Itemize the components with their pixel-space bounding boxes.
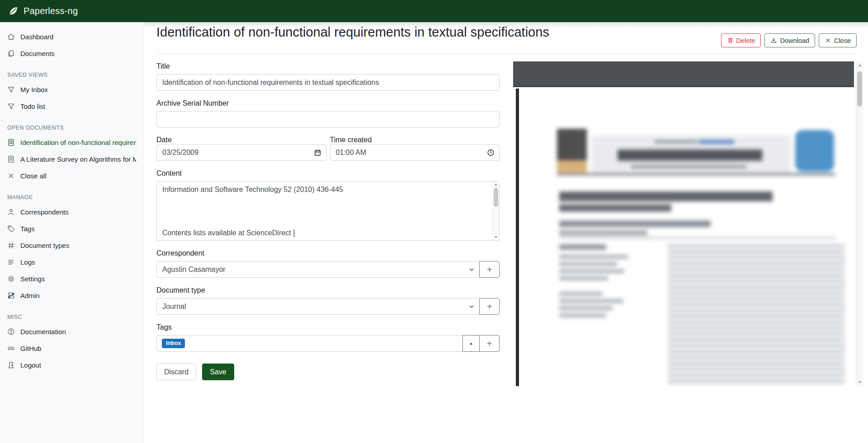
x-icon — [825, 37, 831, 44]
tags-field-group: Tags Inbox + — [156, 323, 500, 352]
preview-scrollbar[interactable] — [856, 61, 863, 386]
document-type-label: Document type — [156, 286, 500, 294]
trash-icon — [727, 37, 734, 44]
documents-icon — [7, 50, 15, 57]
content-scrollbar[interactable] — [492, 182, 499, 240]
document-edit-form: Title Archive Serial Number Date Time cr… — [156, 62, 500, 380]
app-brand: Paperless-ng — [0, 6, 144, 16]
date-input[interactable] — [156, 144, 326, 161]
content-scrollbar-thumb[interactable] — [494, 188, 498, 207]
sidebar-item-label: Correspondents — [20, 208, 69, 216]
door-icon — [7, 361, 15, 369]
page-title: Identification of non-functional require… — [156, 25, 549, 40]
person-icon — [7, 208, 15, 216]
chevron-down-icon — [468, 266, 475, 273]
calendar-icon[interactable] — [314, 149, 321, 156]
sidebar-item-document-types[interactable]: Document types — [0, 237, 143, 254]
document-type-field-group: Document type Journal + — [156, 286, 500, 315]
document-preview-pane — [513, 61, 863, 386]
sidebar-item-label: Close all — [20, 172, 47, 180]
leaf-icon — [8, 6, 19, 16]
discard-button[interactable]: Discard — [156, 364, 196, 380]
sidebar-item-logs[interactable]: Logs — [0, 254, 143, 270]
sidebar-section-saved-views: SAVED VIEWS — [7, 72, 136, 78]
time-created-label: Time created — [330, 136, 372, 144]
title-divider — [156, 54, 857, 54]
filter-icon — [7, 103, 15, 110]
content-textarea[interactable]: Information and Software Technology 52 (… — [156, 181, 500, 241]
sidebar-item-dashboard[interactable]: Dashboard — [0, 28, 143, 45]
tags-input[interactable]: Inbox — [156, 335, 463, 352]
preview-toolbar — [513, 61, 854, 87]
list-icon — [7, 258, 15, 266]
sidebar-item-label: Identification of non-functional require… — [20, 139, 136, 146]
sidebar-item-a-literature-survey-on-algorithms-for-mu[interactable]: A Literature Survey on Algorithms for Mu… — [0, 151, 143, 168]
download-button[interactable]: Download — [764, 33, 815, 47]
sidebar-item-admin[interactable]: Admin — [0, 287, 143, 304]
sidebar-item-settings[interactable]: Settings — [0, 270, 143, 287]
save-button[interactable]: Save — [202, 364, 234, 380]
content-field-group: Content Information and Software Technol… — [156, 169, 500, 241]
gear-icon — [7, 275, 15, 283]
download-icon — [770, 37, 777, 44]
date-time-row: Date Time created — [156, 136, 500, 161]
add-document-type-button[interactable]: + — [479, 298, 500, 315]
tags-collapse-button[interactable] — [462, 335, 480, 352]
title-label: Title — [156, 62, 500, 70]
sidebar-item-label: Documents — [20, 50, 55, 57]
app-brand-label: Paperless-ng — [24, 6, 78, 16]
close-button[interactable]: Close — [819, 33, 857, 47]
sidebar-item-label: Logout — [20, 361, 41, 369]
sidebar-section-open-documents: OPEN DOCUMENTS — [7, 125, 136, 131]
sidebar-item-documentation[interactable]: Documentation — [0, 323, 143, 340]
preview-blurred-document — [519, 89, 851, 386]
content-label: Content — [156, 169, 500, 177]
sidebar-section-misc: MISC — [7, 314, 136, 320]
title-input[interactable] — [156, 74, 500, 91]
sidebar-item-github[interactable]: GitHub — [0, 340, 143, 357]
sidebar-item-correspondents[interactable]: Correspondents — [0, 204, 143, 220]
sidebar-item-close-all[interactable]: Close all — [0, 168, 143, 184]
document-type-select[interactable]: Journal — [156, 298, 480, 315]
sidebar-item-documents[interactable]: Documents — [0, 45, 143, 62]
time-field-group: Time created — [330, 136, 500, 161]
correspondent-field-group: Correspondent Agustin Casamayor + — [156, 249, 500, 278]
sidebar-item-logout[interactable]: Logout — [0, 357, 143, 373]
sidebar-item-label: Dashboard — [20, 33, 53, 41]
preview-scrollbar-thumb[interactable] — [857, 71, 862, 107]
hash-icon — [7, 242, 15, 249]
add-correspondent-button[interactable]: + — [479, 261, 500, 278]
top-navbar: Paperless-ng — [0, 0, 868, 22]
sidebar-item-tags[interactable]: Tags — [0, 220, 143, 237]
sidebar-item-label: Document types — [20, 242, 69, 249]
sidebar-item-label: Documentation — [20, 328, 66, 336]
asn-input[interactable] — [156, 111, 500, 128]
file-text-icon — [7, 155, 15, 163]
preview-page — [516, 89, 851, 386]
sidebar-item-label: Logs — [20, 258, 35, 266]
sidebar-item-label: A Literature Survey on Algorithms for Mu… — [20, 155, 136, 163]
scroll-down-icon[interactable] — [494, 236, 498, 238]
toggles-icon — [7, 292, 15, 299]
delete-button[interactable]: Delete — [721, 33, 761, 47]
scroll-up-icon[interactable] — [858, 64, 862, 67]
sidebar-item-label: Tags — [20, 225, 35, 233]
scroll-down-icon[interactable] — [858, 381, 862, 384]
scroll-up-icon[interactable] — [494, 183, 498, 186]
sidebar: DashboardDocumentsSAVED VIEWSMy InboxTod… — [0, 22, 144, 443]
time-created-input[interactable] — [330, 144, 500, 161]
add-tag-button[interactable]: + — [479, 335, 500, 352]
date-field-group: Date — [156, 136, 326, 161]
tag-badge-inbox: Inbox — [162, 339, 185, 348]
sidebar-item-label: Admin — [20, 292, 40, 299]
correspondent-select[interactable]: Agustin Casamayor — [156, 261, 480, 278]
sidebar-item-my-inbox[interactable]: My Inbox — [0, 81, 143, 98]
sidebar-section-manage: MANAGE — [7, 194, 136, 201]
asn-label: Archive Serial Number — [156, 99, 500, 107]
sidebar-item-identification-of-non-functional-require[interactable]: Identification of non-functional require… — [0, 134, 143, 151]
form-buttons: Discard Save — [156, 364, 500, 380]
sidebar-item-label: Todo list — [20, 103, 45, 110]
sidebar-item-todo-list[interactable]: Todo list — [0, 98, 143, 115]
correspondent-label: Correspondent — [156, 249, 500, 257]
clock-icon[interactable] — [487, 149, 495, 156]
